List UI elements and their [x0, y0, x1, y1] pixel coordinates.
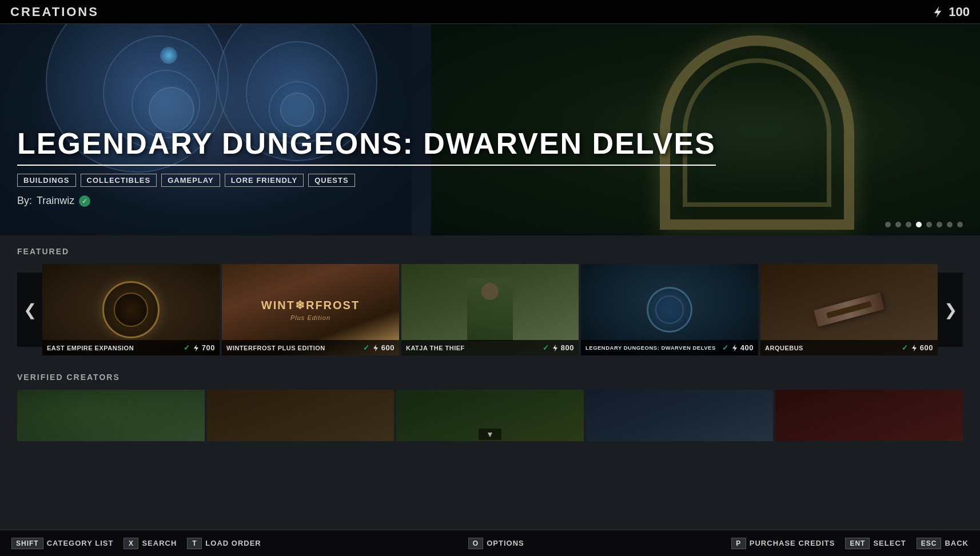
key-shift: SHIFT	[11, 538, 43, 549]
svg-marker-0	[934, 7, 941, 17]
dome-circle-4	[149, 87, 194, 133]
main-content: FEATURED ❮ EAST EMPIRE EXPANSION ✓	[0, 235, 980, 530]
credits-display: 100	[931, 5, 970, 19]
carousel-next-button[interactable]: ❯	[938, 273, 963, 347]
author-prefix: By:	[17, 195, 32, 207]
hero-author: By: Trainwiz ✓	[17, 195, 716, 207]
label-back: BACK	[945, 539, 969, 547]
verified-creators-title: VERIFIED CREATORS	[17, 373, 963, 382]
lightning-icon	[931, 6, 944, 18]
svg-marker-3	[553, 345, 557, 351]
winterfrost-price: ✓ 600	[363, 343, 395, 352]
label-purchase-credits: PURCHASE CREDITS	[750, 539, 835, 547]
katja-lightning	[551, 344, 559, 352]
katja-price: ✓ 800	[543, 343, 574, 352]
key-o: O	[468, 538, 483, 549]
arquebus-lightning	[910, 344, 918, 352]
label-category-list: CATEGORY LIST	[47, 539, 114, 547]
label-select: SELECT	[873, 539, 906, 547]
hero-tags: BUILDINGS COLLECTIBLES GAMEPLAY LORE FRI…	[17, 174, 716, 187]
credits-value: 100	[949, 5, 970, 19]
dot-5[interactable]	[926, 222, 932, 227]
author-name[interactable]: Trainwiz	[37, 195, 74, 207]
dot-8[interactable]	[957, 222, 963, 227]
toolbar-back[interactable]: ESC BACK	[917, 538, 969, 549]
tag-buildings[interactable]: BUILDINGS	[17, 174, 76, 187]
svg-marker-1	[194, 345, 198, 351]
katja-price-val: 800	[561, 343, 574, 352]
tag-gameplay[interactable]: GAMEPLAY	[161, 174, 220, 187]
toolbar-options[interactable]: O OPTIONS	[468, 538, 524, 549]
toolbar-center-group: O OPTIONS	[468, 538, 524, 549]
tag-lore-friendly[interactable]: LORE FRIENDLY	[225, 174, 304, 187]
winterfrost-lightning	[372, 344, 380, 352]
svg-marker-4	[732, 345, 737, 351]
legendary-price: ✓ 400	[722, 343, 754, 352]
verified-creators-section: VERIFIED CREATORS ▼	[0, 361, 980, 447]
legendary-check: ✓	[722, 343, 729, 352]
arquebus-check: ✓	[902, 343, 909, 352]
featured-items-list: EAST EMPIRE EXPANSION ✓ 700 WINT❄RFROST …	[42, 264, 938, 355]
toolbar-category-list[interactable]: SHIFT CATEGORY LIST	[11, 538, 113, 549]
east-empire-name: EAST EMPIRE EXPANSION	[47, 345, 134, 351]
verified-creator-3[interactable]: ▼	[396, 390, 584, 441]
featured-row: ❮ EAST EMPIRE EXPANSION ✓ 700	[17, 264, 963, 355]
key-esc: ESC	[917, 538, 942, 549]
arquebus-name: ARQUEBUS	[765, 345, 803, 351]
svg-marker-2	[373, 345, 378, 351]
carousel-prev-button[interactable]: ❮	[17, 273, 42, 347]
toolbar-search[interactable]: X SEARCH	[124, 538, 177, 549]
dot-7[interactable]	[947, 222, 953, 227]
winterfrost-label: WINTERFROST PLUS EDITION ✓ 600	[222, 340, 399, 355]
katja-check: ✓	[543, 343, 549, 352]
hero-banner: LEGENDARY DUNGEONS: DWARVEN DELVES BUILD…	[0, 24, 980, 235]
east-empire-price: ✓ 700	[184, 343, 215, 352]
featured-item-legendary-dungeons[interactable]: LEGENDARY DUNGEONS: DWARVEN DELVES ✓ 400	[581, 264, 758, 355]
east-empire-price-val: 700	[202, 343, 215, 352]
verified-creator-4[interactable]	[586, 390, 774, 441]
dot-6[interactable]	[937, 222, 942, 227]
toolbar-select[interactable]: ENT SELECT	[845, 538, 906, 549]
arquebus-label: ARQUEBUS ✓ 600	[760, 340, 938, 355]
katja-label: KATJA THE THIEF ✓ 800	[401, 340, 579, 355]
toolbar: SHIFT CATEGORY LIST X SEARCH T LOAD ORDE…	[0, 530, 980, 556]
east-empire-inner	[114, 293, 148, 327]
verified-creators-list: ▼	[17, 390, 963, 441]
featured-item-katja[interactable]: KATJA THE THIEF ✓ 800	[401, 264, 579, 355]
verified-creator-5[interactable]	[775, 390, 963, 441]
toolbar-purchase-credits[interactable]: P PURCHASE CREDITS	[731, 538, 835, 549]
key-ent: ENT	[845, 538, 870, 549]
author-verified-badge: ✓	[79, 195, 90, 207]
legendary-lightning	[731, 344, 739, 352]
east-empire-lightning	[192, 344, 200, 352]
key-x: X	[124, 538, 138, 549]
key-t: T	[187, 538, 202, 549]
legendary-label: LEGENDARY DUNGEONS: DWARVEN DELVES ✓ 400	[581, 340, 758, 355]
katja-name: KATJA THE THIEF	[406, 345, 465, 351]
dot-1[interactable]	[885, 222, 891, 227]
dot-3[interactable]	[906, 222, 911, 227]
featured-item-east-empire[interactable]: EAST EMPIRE EXPANSION ✓ 700	[42, 264, 220, 355]
tag-collectibles[interactable]: COLLECTIBLES	[81, 174, 157, 187]
verified-creator-2[interactable]	[207, 390, 395, 441]
winterfrost-price-val: 600	[381, 343, 395, 352]
svg-marker-5	[912, 345, 917, 351]
verified-creator-1[interactable]	[17, 390, 205, 441]
label-load-order: LOAD ORDER	[205, 539, 261, 547]
east-empire-label: EAST EMPIRE EXPANSION ✓ 700	[42, 340, 220, 355]
label-options: OPTIONS	[487, 539, 524, 547]
hero-title: LEGENDARY DUNGEONS: DWARVEN DELVES	[17, 127, 716, 166]
toolbar-right-group: P PURCHASE CREDITS ENT SELECT ESC BACK	[731, 538, 969, 549]
dot-4[interactable]	[916, 222, 922, 227]
legendary-name: LEGENDARY DUNGEONS: DWARVEN DELVES	[585, 345, 716, 351]
scroll-down-hint: ▼	[479, 429, 501, 440]
dot-2[interactable]	[895, 222, 901, 227]
legendary-price-val: 400	[740, 343, 754, 352]
featured-item-arquebus[interactable]: ARQUEBUS ✓ 600	[760, 264, 938, 355]
tag-quests[interactable]: QUESTS	[308, 174, 354, 187]
label-search: SEARCH	[142, 539, 177, 547]
featured-item-winterfrost[interactable]: WINT❄RFROST Plus Edition WINTERFROST PLU…	[222, 264, 399, 355]
carousel-dots	[885, 222, 963, 227]
winterfrost-sub: Plus Edition	[290, 314, 330, 321]
toolbar-load-order[interactable]: T LOAD ORDER	[187, 538, 261, 549]
